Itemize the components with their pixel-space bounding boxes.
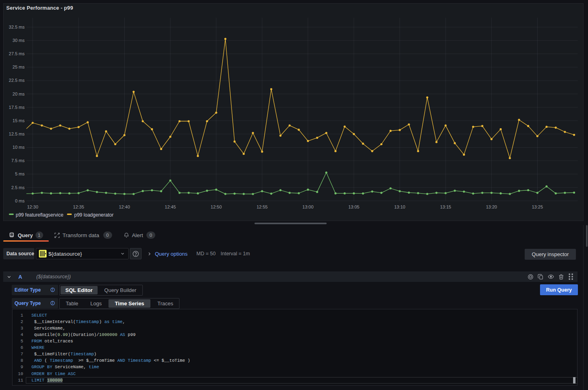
svg-text:13:05: 13:05 — [348, 204, 360, 209]
svg-text:12.5 ms: 12.5 ms — [9, 131, 25, 136]
svg-text:12:45: 12:45 — [165, 204, 176, 209]
svg-text:32.5 ms: 32.5 ms — [9, 25, 25, 29]
svg-text:10 ms: 10 ms — [13, 145, 25, 150]
svg-text:13:00: 13:00 — [302, 204, 314, 209]
svg-text:25 ms: 25 ms — [13, 65, 25, 69]
svg-text:22.5 ms: 22.5 ms — [9, 78, 25, 83]
svg-text:13:15: 13:15 — [440, 204, 451, 209]
svg-text:12:50: 12:50 — [211, 204, 222, 209]
svg-text:p99 featureflagservice: p99 featureflagservice — [16, 212, 63, 218]
svg-text:17.5 ms: 17.5 ms — [9, 105, 25, 110]
svg-text:27.5 ms: 27.5 ms — [9, 51, 25, 56]
svg-text:12:40: 12:40 — [119, 204, 130, 209]
svg-text:12:30: 12:30 — [27, 204, 38, 209]
svg-text:15 ms: 15 ms — [13, 118, 25, 123]
svg-text:20 ms: 20 ms — [13, 92, 25, 96]
svg-text:13:25: 13:25 — [532, 204, 543, 209]
svg-text:0 ms: 0 ms — [15, 198, 25, 203]
svg-text:2.5 ms: 2.5 ms — [11, 185, 25, 190]
svg-text:13:10: 13:10 — [394, 204, 405, 209]
svg-text:12:35: 12:35 — [73, 204, 84, 209]
svg-text:13:20: 13:20 — [486, 204, 497, 209]
svg-text:7.5 ms: 7.5 ms — [11, 158, 25, 163]
svg-text:30 ms: 30 ms — [13, 38, 25, 43]
svg-text:p99 loadgenerator: p99 loadgenerator — [74, 212, 113, 218]
svg-text:5 ms: 5 ms — [15, 171, 25, 176]
svg-text:12:55: 12:55 — [256, 204, 268, 209]
